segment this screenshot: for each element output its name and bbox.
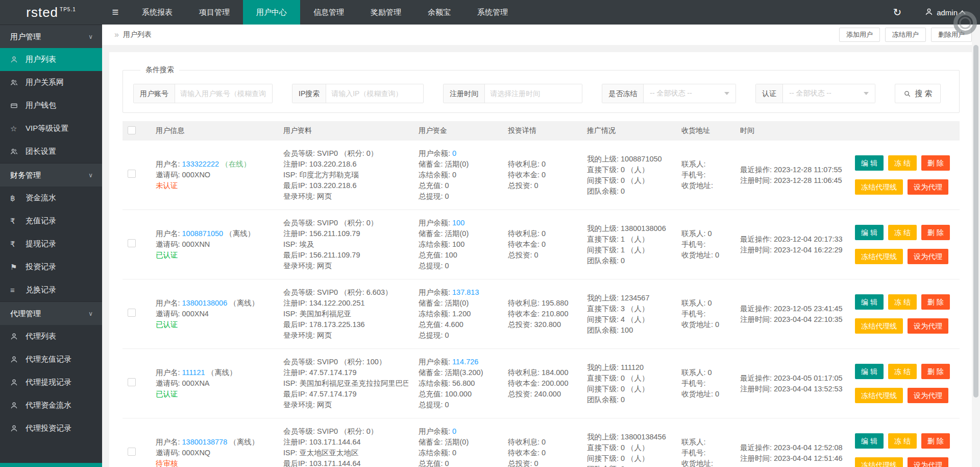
team-balance: 0 xyxy=(621,187,625,195)
sidebar-item[interactable]: 代理充值记录 xyxy=(0,348,102,371)
select-all-checkbox[interactable] xyxy=(128,126,136,134)
username-link[interactable]: 111121 xyxy=(182,368,205,377)
sidebar-item[interactable]: 用户列表 xyxy=(0,48,102,71)
row-checkbox[interactable] xyxy=(128,309,136,317)
freeze-agent-line-button[interactable]: 冻结代理线 xyxy=(855,249,903,264)
sidebar-item[interactable]: 代理投资记录 xyxy=(0,417,102,440)
username-link[interactable]: 1008871050 xyxy=(182,229,224,238)
field-label: 最后IP: xyxy=(283,320,307,329)
frozen-balance: 0 xyxy=(452,449,456,457)
sidebar-group-title[interactable]: 财务管理∨ xyxy=(0,163,102,186)
topbar-menu-item[interactable]: 项目管理 xyxy=(186,0,243,25)
freeze-select[interactable]: -- 全部状态 -- xyxy=(644,84,736,103)
set-agent-button[interactable]: 设为代理 xyxy=(908,179,948,195)
sidebar-item[interactable]: 代理提现记录 xyxy=(0,371,102,394)
sidebar-item[interactable]: 团长设置 xyxy=(0,140,102,163)
regtime-input[interactable] xyxy=(485,84,582,103)
delete-button[interactable]: 删 除 xyxy=(921,294,950,310)
freeze-agent-line-button[interactable]: 冻结代理线 xyxy=(855,388,903,403)
field-label: 联系人: xyxy=(681,438,706,446)
account-input[interactable] xyxy=(175,84,272,103)
set-agent-button[interactable]: 设为代理 xyxy=(908,457,948,467)
ip-input[interactable] xyxy=(326,84,423,103)
sidebar-item-label: 用户关系网 xyxy=(26,78,64,87)
last-ip: 156.211.109.79 xyxy=(309,251,360,259)
username-link[interactable]: 13800138006 xyxy=(182,299,228,307)
topbar-menu-item[interactable]: 奖励管理 xyxy=(357,0,414,25)
delete-button[interactable]: 删 除 xyxy=(921,155,950,171)
cert-select[interactable]: -- 全部状态 -- xyxy=(783,84,875,103)
field-label: 我的上级: xyxy=(587,433,619,441)
sidebar-group-title[interactable]: 代理管理∨ xyxy=(0,301,102,325)
edit-button[interactable]: 编 辑 xyxy=(855,294,884,310)
star-icon: ☆ xyxy=(10,124,22,133)
delete-button[interactable]: 删 除 xyxy=(921,225,950,240)
sidebar-item[interactable]: ⚑投资记录 xyxy=(0,255,102,278)
topbar-menu-item[interactable]: 系统管理 xyxy=(464,0,521,25)
field-label: 总充值: xyxy=(419,459,443,467)
edit-button[interactable]: 编 辑 xyxy=(855,364,884,379)
sidebar-group-title[interactable]: 用户管理∨ xyxy=(0,25,102,48)
username-link[interactable]: 13800138778 xyxy=(182,438,228,446)
search-panel: 条件搜索 用户账号 IP搜索 注册时间 是否冻结 -- 全部状态 -- xyxy=(122,65,960,113)
sidebar-item[interactable]: ₹提现记录 xyxy=(0,232,102,255)
freeze-agent-line-button[interactable]: 冻结代理线 xyxy=(855,179,903,195)
freeze-button[interactable]: 冻 结 xyxy=(888,364,917,379)
freeze-button[interactable]: 冻 结 xyxy=(888,433,917,449)
field-label: 手机号: xyxy=(681,171,706,179)
set-agent-button[interactable]: 设为代理 xyxy=(908,388,948,403)
field-label: 收货地址: xyxy=(681,320,713,329)
sidebar-item[interactable]: 用户钱包 xyxy=(0,94,102,117)
sidebar-item[interactable]: ☆VIP等级设置 xyxy=(0,117,102,140)
topbar-menu-item[interactable]: 信息管理 xyxy=(300,0,357,25)
sidebar-item[interactable]: ฿资金流水 xyxy=(0,186,102,209)
freeze-agent-line-button[interactable]: 冻结代理线 xyxy=(855,457,903,467)
set-agent-button[interactable]: 设为代理 xyxy=(908,318,948,334)
field-label: 总提现: xyxy=(419,262,443,270)
field-label: 团队余额: xyxy=(587,187,619,195)
field-label: 总充值: xyxy=(419,320,443,329)
freeze-agent-line-button[interactable]: 冻结代理线 xyxy=(855,318,903,334)
cell-user-funds: 用户余额:100 储蓄金:活期(0) 冻结余额:100 总充值:100 总提现:… xyxy=(413,210,503,279)
row-checkbox[interactable] xyxy=(128,239,136,247)
edit-button[interactable]: 编 辑 xyxy=(855,155,884,171)
field-label: 总提现: xyxy=(419,331,443,339)
row-checkbox[interactable] xyxy=(128,170,136,178)
edit-button[interactable]: 编 辑 xyxy=(855,433,884,449)
edit-button[interactable]: 编 辑 xyxy=(855,225,884,240)
invite-code: 000XNA xyxy=(182,379,210,387)
freeze-user-button[interactable]: 冻结用户 xyxy=(885,28,926,42)
freeze-button[interactable]: 冻 结 xyxy=(888,155,917,171)
direct-downline: 0 （人） xyxy=(621,374,649,382)
field-label: 待收利息: xyxy=(508,368,540,377)
indirect-downline: 0 （人） xyxy=(621,454,649,462)
sidebar-item[interactable]: 代理列表 xyxy=(0,325,102,348)
sidebar-item[interactable]: 用户关系网 xyxy=(0,71,102,94)
field-label: 最后IP: xyxy=(283,390,307,398)
sidebar-item[interactable]: ₹充值记录 xyxy=(0,209,102,232)
freeze-button[interactable]: 冻 结 xyxy=(888,225,917,240)
field-label: 总提现: xyxy=(419,401,443,409)
field-label: ISP: xyxy=(283,240,297,248)
row-checkbox[interactable] xyxy=(128,448,136,456)
freeze-button[interactable]: 冻 结 xyxy=(888,294,917,310)
scrollbar-thumb[interactable] xyxy=(973,45,978,398)
topbar-menu-item[interactable]: 用户中心 xyxy=(243,0,300,25)
hamburger-icon[interactable]: ≡ xyxy=(102,0,129,25)
username-link[interactable]: 133322222 xyxy=(182,160,219,168)
set-agent-button[interactable]: 设为代理 xyxy=(908,249,948,264)
field-label: 储蓄金: xyxy=(419,368,443,377)
sidebar-item[interactable]: ≡兑换记录 xyxy=(0,278,102,301)
sidebar-item[interactable]: 代理资金流水 xyxy=(0,394,102,417)
topbar-menu-item[interactable]: 系统报表 xyxy=(129,0,186,25)
ip-label: IP搜索 xyxy=(292,84,326,103)
delete-button[interactable]: 删 除 xyxy=(921,433,950,449)
search-button[interactable]: 搜 索 xyxy=(895,84,941,103)
upline: 13800138456 xyxy=(621,433,666,441)
refresh-icon[interactable]: ↻ xyxy=(893,6,901,18)
row-checkbox[interactable] xyxy=(128,378,136,386)
indirect-downline: 4 （人） xyxy=(621,315,649,323)
topbar-menu-item[interactable]: 余额宝 xyxy=(414,0,464,25)
delete-button[interactable]: 删 除 xyxy=(921,364,950,379)
add-user-button[interactable]: 添加用户 xyxy=(839,28,880,42)
